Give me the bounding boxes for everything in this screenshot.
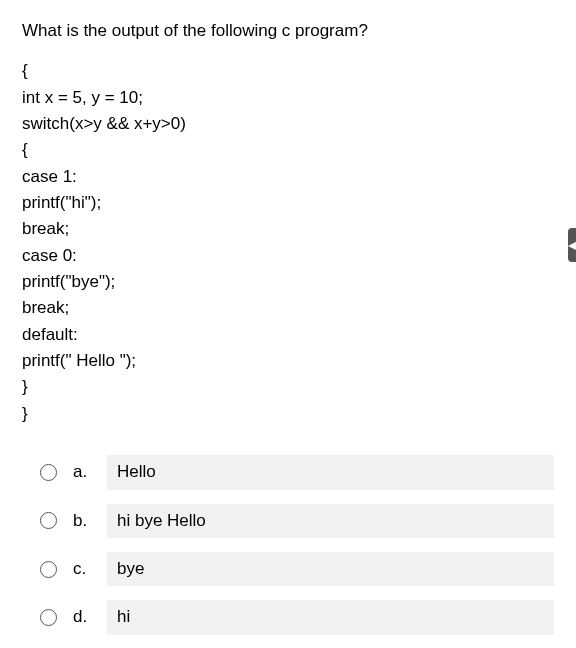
radio-a[interactable]: [40, 464, 57, 481]
option-letter: c.: [73, 556, 91, 582]
option-letter: b.: [73, 508, 91, 534]
option-text: hi: [107, 600, 554, 634]
options-list: a. Hello b. hi bye Hello c. bye d. hi: [22, 455, 554, 634]
question-text: What is the output of the following c pr…: [22, 18, 554, 44]
option-text: hi bye Hello: [107, 504, 554, 538]
radio-b[interactable]: [40, 512, 57, 529]
option-c[interactable]: c. bye: [40, 552, 554, 586]
option-text: Hello: [107, 455, 554, 489]
side-expand-button[interactable]: ◀: [568, 228, 576, 262]
option-b[interactable]: b. hi bye Hello: [40, 504, 554, 538]
option-a[interactable]: a. Hello: [40, 455, 554, 489]
option-d[interactable]: d. hi: [40, 600, 554, 634]
option-letter: d.: [73, 604, 91, 630]
option-letter: a.: [73, 459, 91, 485]
radio-c[interactable]: [40, 561, 57, 578]
radio-d[interactable]: [40, 609, 57, 626]
option-text: bye: [107, 552, 554, 586]
code-block: { int x = 5, y = 10; switch(x>y && x+y>0…: [22, 58, 554, 427]
